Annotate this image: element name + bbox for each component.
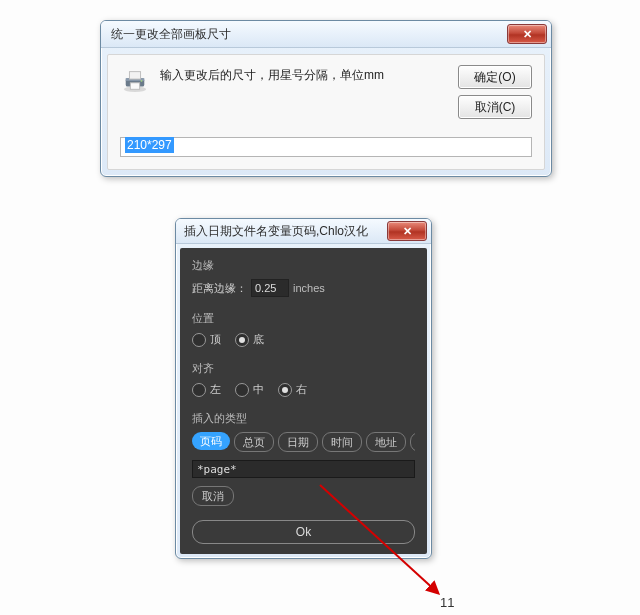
radio-align-right[interactable]: 右	[278, 382, 307, 397]
radio-label: 左	[210, 382, 221, 397]
template-text-value: *page*	[197, 463, 237, 476]
cancel-button[interactable]: 取消(C)	[458, 95, 532, 119]
svg-point-5	[141, 80, 143, 82]
page-number: 11	[440, 595, 454, 610]
radio-icon	[278, 383, 292, 397]
insert-cancel-label: 取消	[202, 489, 224, 504]
pill-label: 总页	[243, 435, 265, 450]
dialog1-titlebar: 统一更改全部画板尺寸 ✕	[101, 21, 551, 48]
margin-unit: inches	[293, 282, 325, 294]
ok-button-label: 确定(O)	[474, 69, 515, 86]
dialog1-message: 输入更改后的尺寸，用星号分隔，单位mm	[160, 65, 448, 84]
pill-label: 日期	[287, 435, 309, 450]
dialog1-title: 统一更改全部画板尺寸	[111, 26, 231, 43]
ok-button[interactable]: 确定(O)	[458, 65, 532, 89]
cancel-button-label: 取消(C)	[475, 99, 516, 116]
dialog2-close-button[interactable]: ✕	[387, 221, 427, 241]
radio-align-center[interactable]: 中	[235, 382, 264, 397]
radio-label: 顶	[210, 332, 221, 347]
radio-icon	[192, 383, 206, 397]
pill-path[interactable]: 地址	[366, 432, 406, 452]
position-group: 位置 顶 底	[192, 311, 415, 347]
margin-input-value: 0.25	[255, 282, 276, 294]
dialog2-title: 插入日期文件名变量页码,Chlo汉化	[184, 223, 368, 240]
pill-page[interactable]: 页码	[192, 432, 230, 450]
pill-label: 时间	[331, 435, 353, 450]
pill-label: 页码	[200, 434, 222, 449]
resize-artboards-dialog: 统一更改全部画板尺寸 ✕ 输入更改后的尺寸，用星号分隔，单位mm 确定(O) 取…	[100, 20, 552, 177]
size-input[interactable]: 210*297	[120, 137, 532, 157]
radio-icon	[192, 333, 206, 347]
pill-time[interactable]: 时间	[322, 432, 362, 452]
margin-field-label: 距离边缘：	[192, 281, 247, 296]
pill-date[interactable]: 日期	[278, 432, 318, 452]
position-group-label: 位置	[192, 311, 415, 326]
pill-filename[interactable]: 文件名	[410, 432, 415, 452]
close-icon: ✕	[403, 226, 412, 237]
radio-label: 右	[296, 382, 307, 397]
dialog2-titlebar: 插入日期文件名变量页码,Chlo汉化 ✕	[176, 219, 431, 244]
printer-icon	[120, 67, 150, 93]
radio-align-left[interactable]: 左	[192, 382, 221, 397]
insert-type-pills: 页码 总页 日期 时间 地址 文件名	[192, 432, 415, 452]
dialog2-body: 边缘 距离边缘： 0.25 inches 位置 顶 底	[180, 248, 427, 554]
ok-button-label: Ok	[296, 525, 311, 539]
svg-rect-4	[130, 83, 139, 90]
ok-button[interactable]: Ok	[192, 520, 415, 544]
margin-group: 边缘 距离边缘： 0.25 inches	[192, 258, 415, 297]
pill-label: 地址	[375, 435, 397, 450]
radio-position-top[interactable]: 顶	[192, 332, 221, 347]
radio-label: 中	[253, 382, 264, 397]
insert-type-label: 插入的类型	[192, 411, 415, 426]
size-input-value: 210*297	[125, 137, 174, 153]
radio-icon	[235, 333, 249, 347]
dialog1-close-button[interactable]: ✕	[507, 24, 547, 44]
pill-total[interactable]: 总页	[234, 432, 274, 452]
insert-type-group: 插入的类型 页码 总页 日期 时间 地址 文件名 *page* 取消	[192, 411, 415, 506]
align-group: 对齐 左 中 右	[192, 361, 415, 397]
align-group-label: 对齐	[192, 361, 415, 376]
margin-group-label: 边缘	[192, 258, 415, 273]
close-icon: ✕	[523, 29, 532, 40]
svg-rect-3	[129, 72, 140, 79]
insert-variable-dialog: 插入日期文件名变量页码,Chlo汉化 ✕ 边缘 距离边缘： 0.25 inche…	[175, 218, 432, 559]
margin-input[interactable]: 0.25	[251, 279, 289, 297]
template-text-input[interactable]: *page*	[192, 460, 415, 478]
dialog1-body: 输入更改后的尺寸，用星号分隔，单位mm 确定(O) 取消(C) 210*297	[107, 54, 545, 170]
insert-cancel-button[interactable]: 取消	[192, 486, 234, 506]
radio-icon	[235, 383, 249, 397]
radio-label: 底	[253, 332, 264, 347]
radio-position-bottom[interactable]: 底	[235, 332, 264, 347]
